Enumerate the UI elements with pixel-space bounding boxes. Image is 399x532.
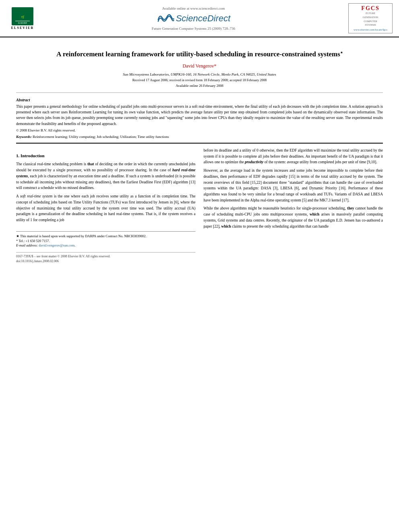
page-header: 🌿 ELSEVIER ELSEVIER Available online at … [0, 0, 399, 37]
header-center: Available online at www.sciencedirect.co… [39, 6, 348, 31]
keywords-label: Keywords: [16, 135, 32, 139]
elsevier-logo: 🌿 ELSEVIER ELSEVIER [6, 7, 39, 30]
keywords-text: Reinforcement learning; Utility computin… [33, 135, 169, 139]
journal-name: Future Generation Computer Systems 25 (2… [39, 27, 348, 31]
received-dates: Received 17 August 2006; received in rev… [16, 78, 383, 82]
doi-line: doi:10.1016/j.future.2008.02.006 [16, 259, 195, 263]
footnote-tel: * Tel.: +1 650 520 7157. [16, 239, 195, 244]
abstract-text: This paper presents a general methodolog… [16, 104, 383, 127]
footnote-email: E-mail address: david.vengerov@sun.com. [16, 243, 195, 248]
svg-text:ELSEVIER: ELSEVIER [18, 22, 27, 24]
elsevier-tree-icon: 🌿 ELSEVIER [10, 7, 35, 25]
author-name: David Vengerov* [16, 63, 383, 69]
email-link: david.vengerov@sun.com [39, 243, 74, 247]
left-column: 1. Introduction The classical real-time … [16, 148, 195, 263]
issn-line: 0167-739X/$ – see front matter © 2008 El… [16, 254, 195, 259]
footnote-star: ★ This material is based upon work suppo… [16, 234, 195, 239]
footnote-bottom: 0167-739X/$ – see front matter © 2008 El… [16, 252, 195, 263]
copyright-line: © 2008 Elsevier B.V. All rights reserved… [16, 128, 383, 132]
footnote-area: ★ This material is based upon work suppo… [16, 231, 195, 249]
right-para-2: However, as the average load in the syst… [204, 168, 383, 203]
sd-wave-icon [156, 12, 174, 25]
fgcs-url: www.elsevier.com/locate/fgcs [351, 28, 390, 31]
fgcs-title: FGCS [351, 5, 390, 12]
abstract-section: Abstract This paper presents a general m… [16, 98, 383, 139]
right-para-1: before its deadline and a utility of 0 o… [204, 148, 383, 165]
sciencedirect-label: ScienceDirect [176, 13, 230, 24]
keywords-line: Keywords: Reinforcement learning; Utilit… [16, 135, 383, 139]
right-para-3: While the above algorithms might be reas… [204, 205, 383, 229]
fgcs-logo-box: FGCS FUTURE GENERATION COMPUTER SYSTEMS … [348, 3, 393, 33]
available-online-text: Available online at www.sciencedirect.co… [39, 6, 348, 10]
elsevier-label: ELSEVIER [11, 26, 34, 30]
abstract-heading: Abstract [16, 98, 383, 102]
main-content: A reinforcement learning framework for u… [0, 37, 399, 267]
divider-1 [16, 92, 383, 93]
intro-para-1: The classical real-time scheduling probl… [16, 161, 195, 191]
fgcs-subtitle: FUTURE GENERATION COMPUTER SYSTEMS [351, 12, 390, 27]
sciencedirect-logo: ScienceDirect [39, 12, 348, 25]
divider-2 [16, 143, 383, 144]
available-online-date: Available online 26 February 2008 [16, 84, 383, 88]
intro-heading: 1. Introduction [16, 152, 195, 159]
svg-text:🌿: 🌿 [21, 15, 25, 19]
article-title: A reinforcement learning framework for u… [16, 49, 383, 59]
intro-para-2: A soft real-time system is the one where… [16, 193, 195, 223]
right-column: before its deadline and a utility of 0 o… [204, 148, 383, 263]
two-column-layout: 1. Introduction The classical real-time … [16, 148, 383, 263]
author-affiliation: Sun Microsystems Laboratories, UMPK16-16… [16, 72, 383, 76]
